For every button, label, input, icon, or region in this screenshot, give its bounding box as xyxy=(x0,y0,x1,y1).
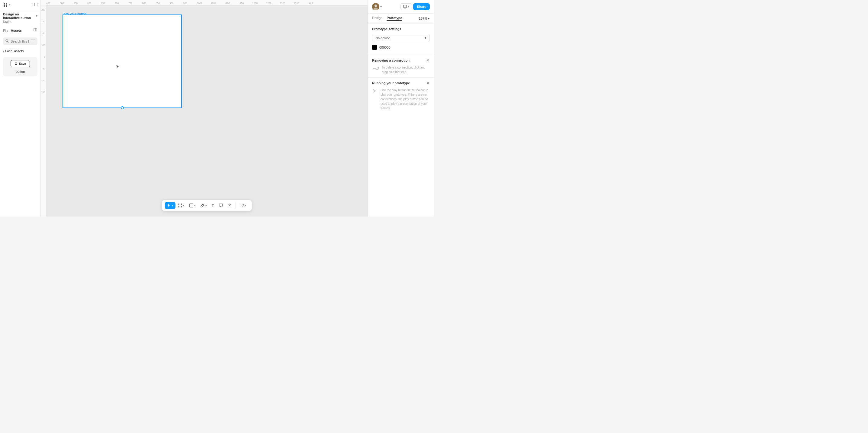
zoom-value[interactable]: 157% ▾ xyxy=(419,17,430,21)
component-dropdown[interactable]: ▾ xyxy=(9,3,10,6)
search-icon xyxy=(5,39,9,43)
bg-color-row[interactable]: 000000 xyxy=(372,45,430,50)
svg-rect-0 xyxy=(4,3,5,4)
removing-connection-header: Removing a connection ✕ xyxy=(372,58,430,63)
right-panel: ▾ ▾ Share Design Prototype xyxy=(368,0,434,216)
search-input[interactable] xyxy=(10,39,29,43)
running-prototype-close-btn[interactable]: ✕ xyxy=(426,81,430,86)
toolbar-divider xyxy=(236,203,236,209)
frame-tool-dropdown[interactable]: ▾ xyxy=(183,204,185,207)
design-frame[interactable] xyxy=(63,14,182,108)
bottom-toolbar: ▾ ▾ xyxy=(162,200,252,211)
canvas-workspace[interactable]: Play your button ▾ xyxy=(46,5,368,216)
svg-rect-2 xyxy=(4,5,5,7)
play-icon xyxy=(372,88,378,94)
select-tool-btn[interactable]: ▾ xyxy=(165,202,176,209)
canvas-container: -200 -150 -100 -50 0 50 100 150 Play you… xyxy=(41,5,368,216)
svg-line-7 xyxy=(8,42,9,42)
text-tool-btn[interactable]: T xyxy=(210,202,216,209)
tab-design[interactable]: Design xyxy=(372,16,382,21)
pen-tool-btn[interactable]: ▾ xyxy=(198,202,209,209)
asset-button-preview: Save xyxy=(10,60,30,67)
frame-tool-btn[interactable]: ▾ xyxy=(176,202,187,209)
book-icon[interactable] xyxy=(33,28,37,33)
local-assets-header[interactable]: ‹ Local assets xyxy=(0,48,40,55)
removing-connection-content: To delete a connection, click and drag o… xyxy=(372,65,430,74)
running-prototype-text: Use the play button in the toolbar to pl… xyxy=(380,88,430,111)
left-panel: ▾ Design an interactive button ▾ Drafts … xyxy=(0,0,41,216)
shape-tool-btn[interactable]: ▾ xyxy=(187,202,198,209)
removing-connection-section: Removing a connection ✕ To delete a conn… xyxy=(368,55,434,77)
user-avatar[interactable] xyxy=(372,3,379,10)
component-tool-btn[interactable] xyxy=(226,202,234,209)
remove-connection-icon xyxy=(372,65,379,72)
svg-point-6 xyxy=(6,39,8,42)
svg-rect-20 xyxy=(403,5,406,7)
code-tool-btn[interactable]: </> xyxy=(238,202,249,209)
component-icon-btn[interactable]: ▾ xyxy=(3,2,10,7)
project-title[interactable]: Design an interactive button ▾ xyxy=(3,12,37,20)
right-panel-header: ▾ ▾ Share xyxy=(368,0,434,13)
removing-connection-text: To delete a connection, click and drag o… xyxy=(382,65,430,74)
asset-label: button xyxy=(16,70,25,73)
avatar-chevron-icon[interactable]: ▾ xyxy=(380,5,382,8)
chevron-left-icon: ‹ xyxy=(3,50,4,53)
tab-assets[interactable]: Assets xyxy=(11,29,22,32)
prototype-connection-dot[interactable] xyxy=(121,106,124,109)
user-avatar-area[interactable]: ▾ xyxy=(372,3,382,10)
ruler-left: -200 -150 -100 -50 0 50 100 150 xyxy=(41,5,46,216)
running-prototype-title: Running your prototype xyxy=(372,81,410,85)
prototype-settings-section: Prototype settings No device ▾ 000000 xyxy=(368,24,434,55)
shape-tool-dropdown[interactable]: ▾ xyxy=(194,204,196,207)
svg-rect-1 xyxy=(6,3,7,4)
asset-preview-container: Save button xyxy=(3,57,37,76)
tab-file[interactable]: File xyxy=(3,29,8,32)
comment-tool-btn[interactable] xyxy=(217,202,225,209)
svg-rect-5 xyxy=(35,3,37,6)
device-select[interactable]: No device ▾ xyxy=(372,34,430,42)
layout-toggle-btn[interactable] xyxy=(33,2,37,7)
canvas-area: 450 500 550 600 650 700 750 800 850 900 … xyxy=(41,0,368,216)
tab-prototype[interactable]: Prototype xyxy=(386,16,402,21)
bg-color-hex: 000000 xyxy=(379,45,391,49)
bookmark-icon xyxy=(14,62,18,65)
svg-point-18 xyxy=(374,4,377,7)
ruler-top: 450 500 550 600 650 700 750 800 850 900 … xyxy=(41,0,368,5)
local-assets-label: Local assets xyxy=(5,49,24,53)
removing-connection-close-btn[interactable]: ✕ xyxy=(426,58,430,63)
svg-rect-3 xyxy=(6,5,7,7)
running-prototype-header: Running your prototype ✕ xyxy=(372,81,430,86)
removing-connection-title: Removing a connection xyxy=(372,59,409,62)
pen-tool-dropdown[interactable]: ▾ xyxy=(205,204,207,207)
left-panel-header: ▾ xyxy=(0,0,40,10)
design-proto-tabs: Design Prototype xyxy=(372,13,402,23)
present-btn[interactable]: ▾ xyxy=(401,3,412,10)
select-tool-dropdown[interactable]: ▾ xyxy=(172,204,173,207)
code-icon: </> xyxy=(241,204,246,208)
svg-rect-4 xyxy=(33,3,34,6)
cursor-indicator xyxy=(116,64,121,70)
search-bar[interactable] xyxy=(3,37,37,45)
present-btn-area: ▾ Share xyxy=(401,3,430,10)
project-info: Design an interactive button ▾ Drafts xyxy=(0,10,40,26)
bg-color-swatch[interactable] xyxy=(372,45,377,50)
project-subtitle: Drafts xyxy=(3,20,37,24)
prototype-settings-title: Prototype settings xyxy=(372,27,430,31)
filter-icon[interactable] xyxy=(31,39,35,43)
share-btn[interactable]: Share xyxy=(413,3,430,10)
svg-rect-16 xyxy=(190,204,193,207)
file-assets-tabs: File Assets xyxy=(0,26,40,35)
running-prototype-section: Running your prototype ✕ Use the play bu… xyxy=(368,77,434,114)
running-prototype-content: Use the play button in the toolbar to pl… xyxy=(372,88,430,111)
text-tool-icon: T xyxy=(212,203,214,208)
